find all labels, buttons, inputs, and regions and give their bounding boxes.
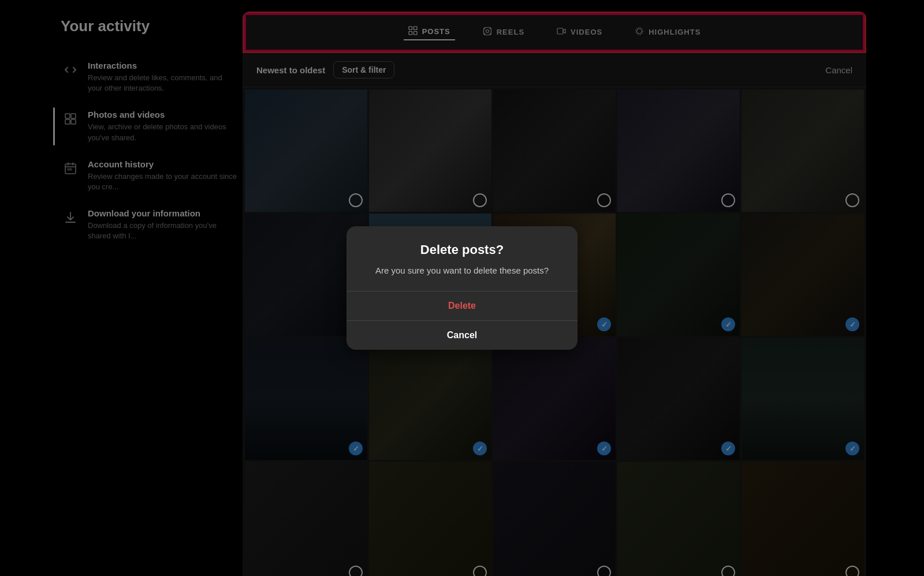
modal-content: Delete posts? Are you sure you want to d… xyxy=(346,226,578,278)
modal-delete-button[interactable]: Delete xyxy=(346,291,578,320)
modal-title: Delete posts? xyxy=(360,242,564,257)
modal-message: Are you sure you want to delete these po… xyxy=(360,264,564,278)
delete-modal: Delete posts? Are you sure you want to d… xyxy=(346,226,578,350)
modal-overlay[interactable]: Delete posts? Are you sure you want to d… xyxy=(0,0,924,576)
modal-cancel-button[interactable]: Cancel xyxy=(346,321,578,350)
